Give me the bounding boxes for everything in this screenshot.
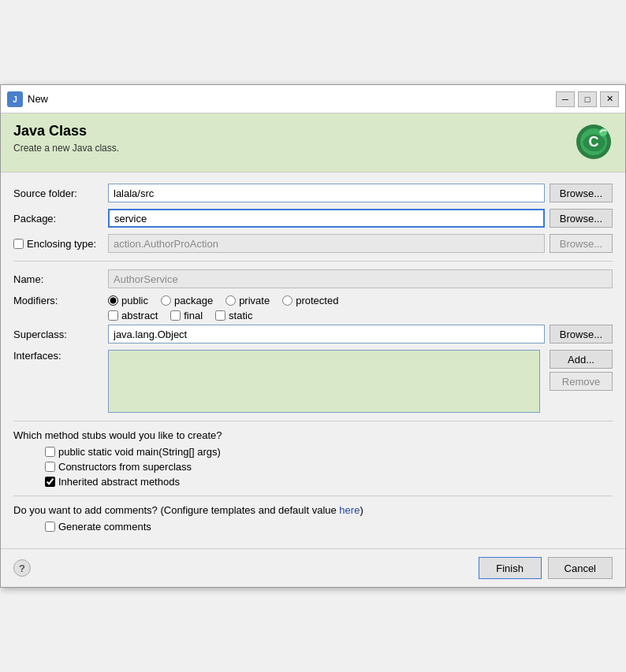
stubs-title: Which method stubs would you like to cre…: [13, 429, 613, 441]
stubs-section: Which method stubs would you like to cre…: [13, 429, 613, 488]
comments-title-prefix: Do you want to add comments? (Configure …: [13, 504, 339, 516]
modifiers-row: Modifiers: public package private: [13, 295, 613, 321]
enclosing-type-label: Enclosing type:: [13, 238, 108, 250]
stubs-options: public static void main(String[] args) C…: [13, 446, 613, 488]
finish-button[interactable]: Finish: [479, 557, 542, 579]
separator-1: [13, 261, 613, 262]
generate-comments-option[interactable]: Generate comments: [45, 521, 613, 533]
stub-inherited-label: Inherited abstract methods: [58, 476, 180, 488]
stub-main-option[interactable]: public static void main(String[] args): [45, 446, 613, 458]
generate-comments-checkbox[interactable]: [45, 522, 55, 532]
header-text: Java Class Create a new Java class.: [13, 123, 575, 154]
comments-section: Do you want to add comments? (Configure …: [13, 504, 613, 533]
modifiers-label: Modifiers:: [13, 295, 108, 306]
svg-text:J: J: [13, 95, 17, 104]
separator-3: [13, 496, 613, 496]
package-row: Package: Browse...: [13, 209, 613, 228]
title-bar: J New ─ □ ✕: [1, 85, 625, 113]
modifier-public-option[interactable]: public: [108, 295, 148, 306]
modifier-static-label: static: [229, 310, 252, 321]
modifier-final-label: final: [184, 310, 203, 321]
comments-options: Generate comments: [13, 521, 613, 533]
source-folder-browse-button[interactable]: Browse...: [550, 184, 613, 202]
modifier-protected-radio[interactable]: [282, 295, 293, 306]
enclosing-type-input[interactable]: [108, 234, 545, 253]
modifier-final-checkbox[interactable]: [170, 310, 181, 321]
window-icon: J: [7, 91, 23, 107]
modifier-package-radio[interactable]: [161, 295, 171, 306]
package-input[interactable]: [108, 209, 545, 228]
close-button[interactable]: ✕: [600, 91, 619, 107]
header-subtitle: Create a new Java class.: [13, 143, 575, 154]
title-bar-controls: ─ □ ✕: [556, 91, 619, 107]
package-label: Package:: [13, 213, 108, 225]
interfaces-buttons: Add... Remove: [545, 350, 613, 391]
stub-constructors-label: Constructors from superclass: [58, 461, 192, 473]
interfaces-label: Interfaces:: [13, 350, 108, 362]
modifiers-options: public package private protected: [108, 295, 338, 321]
modifiers-radio-group: public package private protected: [108, 295, 338, 306]
stub-constructors-checkbox[interactable]: [45, 462, 55, 472]
modifier-protected-label: protected: [296, 295, 338, 306]
bottom-right-buttons: Finish Cancel: [479, 557, 613, 579]
name-input[interactable]: [108, 269, 613, 288]
cancel-button[interactable]: Cancel: [548, 557, 613, 579]
modifier-public-radio[interactable]: [108, 295, 118, 306]
maximize-button[interactable]: □: [578, 91, 597, 107]
window-title: New: [28, 93, 48, 105]
enclosing-type-browse-button[interactable]: Browse...: [550, 234, 613, 253]
modifier-protected-option[interactable]: protected: [282, 295, 338, 306]
stub-inherited-checkbox[interactable]: [45, 477, 55, 487]
enclosing-type-label-text: Enclosing type:: [27, 238, 96, 250]
superclass-input[interactable]: [108, 325, 545, 343]
title-bar-left: J New: [7, 91, 48, 107]
enclosing-type-row: Enclosing type: Browse...: [13, 234, 613, 253]
interfaces-add-button[interactable]: Add...: [550, 350, 613, 369]
superclass-browse-button[interactable]: Browse...: [550, 325, 613, 343]
stub-main-label: public static void main(String[] args): [58, 446, 221, 458]
name-row: Name:: [13, 269, 613, 288]
stub-main-checkbox[interactable]: [45, 447, 55, 457]
modifier-package-label: package: [174, 295, 213, 306]
help-button[interactable]: ?: [13, 559, 31, 577]
interfaces-box[interactable]: [108, 350, 540, 413]
minimize-button[interactable]: ─: [556, 91, 575, 107]
header-title: Java Class: [13, 123, 575, 139]
comments-title: Do you want to add comments? (Configure …: [13, 504, 613, 516]
svg-text:C: C: [589, 134, 599, 150]
generate-comments-label: Generate comments: [58, 521, 151, 533]
interfaces-row: Interfaces: Add... Remove: [13, 350, 613, 413]
modifier-static-checkbox[interactable]: [215, 310, 225, 321]
superclass-row: Superclass: Browse...: [13, 325, 613, 343]
source-folder-row: Source folder: Browse...: [13, 184, 613, 202]
modifier-public-label: public: [121, 295, 148, 306]
stub-inherited-option[interactable]: Inherited abstract methods: [45, 476, 613, 488]
bottom-bar: ? Finish Cancel: [1, 548, 625, 587]
modifier-private-option[interactable]: private: [225, 295, 270, 306]
name-label: Name:: [13, 273, 108, 285]
modifier-private-label: private: [239, 295, 270, 306]
separator-2: [13, 421, 613, 421]
comments-title-suffix: ): [360, 504, 363, 516]
interfaces-remove-button[interactable]: Remove: [550, 372, 613, 391]
header-section: Java Class Create a new Java class. C: [1, 113, 625, 173]
source-folder-input[interactable]: [108, 184, 545, 202]
modifier-private-radio[interactable]: [225, 295, 236, 306]
modifiers-check-group: abstract final static: [108, 310, 338, 321]
modifier-abstract-checkbox[interactable]: [108, 310, 118, 321]
eclipse-logo-icon: C: [575, 123, 613, 161]
superclass-label: Superclass:: [13, 329, 108, 340]
modifier-static-option[interactable]: static: [215, 310, 252, 321]
comments-here-link[interactable]: here: [339, 504, 360, 516]
source-folder-label: Source folder:: [13, 187, 108, 199]
modifier-package-option[interactable]: package: [161, 295, 213, 306]
package-browse-button[interactable]: Browse...: [550, 209, 613, 228]
form-content: Source folder: Browse... Package: Browse…: [1, 173, 625, 548]
modifier-abstract-option[interactable]: abstract: [108, 310, 158, 321]
modifier-final-option[interactable]: final: [170, 310, 203, 321]
new-java-class-dialog: J New ─ □ ✕ Java Class Create a new Java…: [0, 84, 626, 588]
modifier-abstract-label: abstract: [121, 310, 158, 321]
enclosing-type-checkbox[interactable]: [13, 239, 24, 249]
stub-constructors-option[interactable]: Constructors from superclass: [45, 461, 613, 473]
